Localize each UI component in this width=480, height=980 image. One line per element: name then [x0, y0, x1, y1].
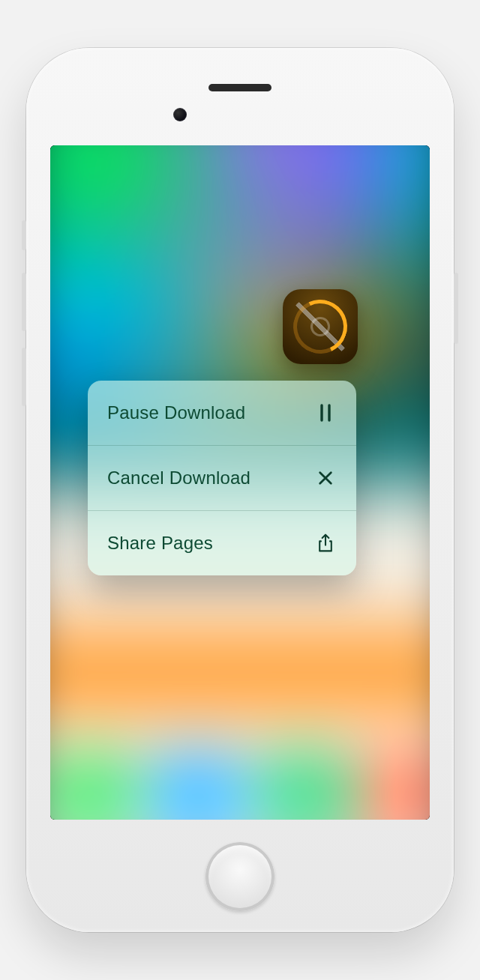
volume-down-btn [22, 348, 26, 406]
earpiece-speaker [208, 84, 272, 91]
share-pages-action[interactable]: Share Pages [88, 510, 356, 575]
menu-item-label: Share Pages [107, 533, 213, 554]
cancel-download-action[interactable]: Cancel Download [88, 445, 356, 510]
power-button [454, 273, 458, 344]
iphone-device-frame: Pause Download Cancel Download Share Pag… [26, 48, 454, 932]
share-icon [314, 532, 337, 554]
front-camera [173, 108, 187, 121]
quick-actions-menu: Pause Download Cancel Download Share Pag… [88, 381, 356, 575]
mute-switch [22, 220, 26, 250]
menu-item-label: Pause Download [107, 402, 245, 423]
pause-icon [314, 402, 337, 424]
downloading-app-icon[interactable] [283, 289, 358, 364]
pause-download-action[interactable]: Pause Download [88, 381, 356, 445]
close-icon [314, 467, 337, 489]
menu-item-label: Cancel Download [107, 468, 250, 489]
download-progress-ring [286, 292, 355, 361]
home-button[interactable] [206, 842, 274, 911]
volume-up-btn [22, 273, 26, 331]
screen: Pause Download Cancel Download Share Pag… [50, 145, 430, 820]
